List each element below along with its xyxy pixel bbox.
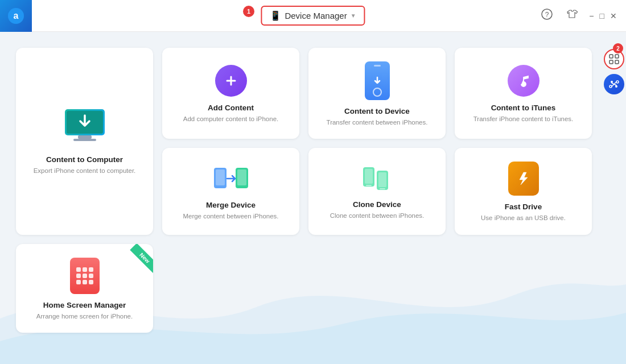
help-button[interactable]: ? <box>539 6 555 25</box>
dot-3 <box>89 267 93 272</box>
svg-rect-18 <box>380 188 385 189</box>
minimize-button[interactable]: − <box>589 11 594 20</box>
dot-2 <box>83 267 87 272</box>
device-manager-button[interactable]: 📱 Device Manager ▼ <box>261 6 365 26</box>
svg-rect-20 <box>615 55 619 58</box>
fast-drive-icon <box>508 162 539 196</box>
app-logo: a <box>0 0 32 32</box>
right-sidebar: 2 <box>602 32 626 364</box>
add-content-icon <box>215 65 247 97</box>
content-to-itunes-icon <box>508 65 539 97</box>
content-to-device-card[interactable]: Content to Device Transfer content betwe… <box>308 48 446 139</box>
content-to-computer-card[interactable]: Content to Computer Export iPhone conten… <box>16 48 153 235</box>
content-to-itunes-desc: Transfer iPhone content to iTunes. <box>473 114 574 124</box>
titlebar: a 1 📱 Device Manager ▼ ? <box>0 0 626 32</box>
clone-device-card[interactable]: Clone Device Clone content between iPhon… <box>308 148 446 234</box>
dot-5 <box>83 274 87 278</box>
fast-drive-desc: Use iPhone as an USB drive. <box>481 213 566 223</box>
content-to-itunes-title: Content to iTunes <box>491 104 556 112</box>
dot-4 <box>76 274 81 278</box>
svg-text:a: a <box>14 11 19 20</box>
content-to-device-desc: Transfer content between iPhones. <box>327 118 428 127</box>
shirt-button[interactable] <box>564 6 580 25</box>
titlebar-left: a <box>0 0 32 32</box>
content-to-device-icon <box>365 61 390 100</box>
svg-rect-22 <box>615 60 619 64</box>
dot-9 <box>89 280 93 284</box>
home-screen-manager-title: Home Screen Manager <box>43 301 126 309</box>
svg-rect-12 <box>237 169 246 185</box>
dot-8 <box>83 280 87 284</box>
svg-rect-21 <box>609 60 613 64</box>
content-to-itunes-card[interactable]: Content to iTunes Transfer iPhone conten… <box>455 48 592 139</box>
svg-rect-17 <box>378 172 386 187</box>
new-ribbon <box>117 244 153 280</box>
merge-device-title: Merge Device <box>206 201 256 209</box>
svg-rect-19 <box>609 55 613 58</box>
home-screen-manager-desc: Arrange home screen for iPhone. <box>36 312 133 321</box>
chevron-down-icon: ▼ <box>351 13 356 19</box>
phone-icon: 📱 <box>270 10 281 21</box>
svg-rect-7 <box>73 139 96 141</box>
main-content: Content to Computer Export iPhone conten… <box>0 32 626 364</box>
merge-device-icon <box>213 163 249 194</box>
fast-drive-card[interactable]: Fast Drive Use iPhone as an USB drive. <box>455 148 592 234</box>
cards-grid: Content to Computer Export iPhone conten… <box>0 32 626 364</box>
svg-rect-14 <box>365 169 373 184</box>
add-content-card[interactable]: Add Content Add computer content to iPho… <box>162 48 299 139</box>
clone-device-desc: Clone content between iPhones. <box>330 211 425 221</box>
content-to-computer-title: Content to Computer <box>46 155 123 164</box>
svg-rect-10 <box>216 169 225 185</box>
badge-2: 2 <box>613 43 623 53</box>
titlebar-right: ? − □ ✕ <box>539 6 626 25</box>
clone-device-title: Clone Device <box>353 200 401 209</box>
add-content-title: Add Content <box>208 104 254 112</box>
content-to-computer-desc: Export iPhone content to computer. <box>34 166 136 176</box>
badge-1: 1 <box>243 6 254 17</box>
fast-drive-title: Fast Drive <box>505 202 542 211</box>
home-screen-manager-card[interactable]: Home Screen Manager Arrange home screen … <box>16 244 153 333</box>
dot-grid <box>76 267 93 284</box>
svg-text:?: ? <box>545 11 549 19</box>
tools-button[interactable] <box>604 74 624 94</box>
add-content-desc: Add computer content to iPhone. <box>183 114 279 124</box>
dot-1 <box>76 267 81 272</box>
dot-7 <box>76 280 81 284</box>
content-to-device-title: Content to Device <box>344 107 410 115</box>
svg-rect-6 <box>78 135 92 139</box>
computer-icon <box>62 106 108 148</box>
dot-6 <box>89 274 93 278</box>
window-controls: − □ ✕ <box>589 11 617 20</box>
merge-device-desc: Merge content between iPhones. <box>183 212 278 221</box>
maximize-button[interactable]: □ <box>600 11 604 20</box>
merge-device-card[interactable]: Merge Device Merge content between iPhon… <box>162 148 299 234</box>
home-screen-icon <box>70 258 100 294</box>
close-button[interactable]: ✕ <box>610 11 617 20</box>
svg-rect-15 <box>366 185 372 186</box>
device-manager-label: Device Manager <box>285 11 347 20</box>
clone-device-icon <box>362 164 393 193</box>
